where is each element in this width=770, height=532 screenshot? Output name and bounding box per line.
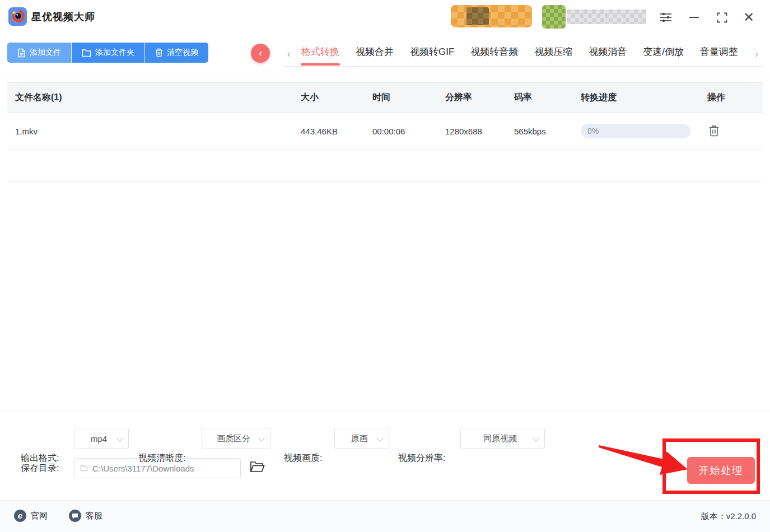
start-processing-button[interactable]: 开始处理 <box>687 457 755 484</box>
tab-format-convert[interactable]: 格式转换 <box>301 44 340 63</box>
video-clarity-value: 画质区分 <box>217 433 250 444</box>
footer: e 官网 客服 版本：v2.2.0.0 <box>0 500 770 532</box>
minimize-button[interactable] <box>685 9 702 26</box>
settings-sliders-icon[interactable] <box>657 9 674 26</box>
open-folder-icon <box>250 460 265 473</box>
video-quality-select[interactable]: 原画 <box>334 428 389 449</box>
add-folder-label: 添加文件夹 <box>95 48 134 58</box>
close-icon: ✕ <box>743 11 754 24</box>
titlebar: 星优视频大师 ✕ <box>0 0 770 34</box>
blur-pixel-patch <box>466 7 489 25</box>
file-table: 文件名称(1) 大小 时间 分辨率 码率 转换进度 操作 1.mkv 443.4… <box>7 82 763 182</box>
trash-icon <box>155 48 163 57</box>
video-resolution-value: 同原视频 <box>483 433 517 444</box>
blurred-user-name[interactable] <box>567 10 646 24</box>
close-button[interactable]: ✕ <box>740 9 757 26</box>
add-file-label: 添加文件 <box>30 48 61 58</box>
video-quality-value: 原画 <box>351 433 368 444</box>
official-site-label: 官网 <box>31 511 48 521</box>
settings-panel: 输出格式: mp4 视频清晰度: 画质区分 视频画质: 原画 视频分辨率: 同原… <box>0 412 770 501</box>
website-e-icon: e <box>14 510 26 522</box>
clear-videos-label: 清空视频 <box>167 48 198 58</box>
table-header-row: 文件名称(1) 大小 时间 分辨率 码率 转换进度 操作 <box>7 82 763 113</box>
progress-value: 0% <box>581 127 599 136</box>
header-duration: 时间 <box>372 92 445 104</box>
delete-file-button[interactable] <box>708 124 720 138</box>
folder-icon <box>82 49 91 57</box>
progress-bar: 0% <box>581 124 690 138</box>
header-resolution: 分辨率 <box>445 92 514 104</box>
video-resolution-select[interactable]: 同原视频 <box>460 428 545 449</box>
customer-service-label: 客服 <box>86 511 102 521</box>
official-site-link[interactable]: e 官网 <box>14 510 48 522</box>
folder-icon <box>80 465 88 472</box>
tabs-scroll-left-icon[interactable]: ‹ <box>283 48 295 60</box>
file-duration-cell: 00:00:06 <box>372 127 445 136</box>
chevron-left-icon: ‹ <box>259 48 262 59</box>
chevron-down-icon <box>377 434 384 441</box>
file-icon <box>17 48 26 58</box>
table-row: 1.mkv 443.46KB 00:00:06 1280x688 565kbps… <box>7 113 763 150</box>
customer-service-link[interactable]: 客服 <box>69 510 102 522</box>
progress-cell: 0% <box>581 124 707 138</box>
chevron-down-icon <box>116 434 124 441</box>
chat-bubble-icon <box>69 510 81 522</box>
tab-video-merge[interactable]: 视频合并 <box>355 44 394 63</box>
tab-speed-reverse[interactable]: 变速/倒放 <box>642 44 684 63</box>
file-name-cell: 1.mkv <box>7 127 301 136</box>
chevron-down-icon <box>258 434 265 441</box>
trash-icon <box>708 124 720 138</box>
file-resolution-cell: 1280x688 <box>445 127 514 136</box>
file-bitrate-cell: 565kbps <box>514 127 581 136</box>
version-value: v2.2.0.0 <box>726 511 756 521</box>
tab-video-to-gif[interactable]: 视频转GIF <box>409 44 455 63</box>
chevron-down-icon <box>533 434 540 441</box>
header-bitrate: 码率 <box>514 92 581 104</box>
minimize-icon <box>689 17 699 18</box>
tabs-collapse-button[interactable]: ‹ <box>251 44 270 63</box>
file-size-cell: 443.46KB <box>301 127 372 136</box>
blurred-user-avatar[interactable] <box>542 5 566 29</box>
add-file-button[interactable]: 添加文件 <box>7 43 72 63</box>
header-progress: 转换进度 <box>581 92 707 104</box>
file-toolbar: 添加文件 添加文件夹 清空视频 <box>7 43 208 63</box>
video-resolution-label: 视频分辨率: <box>398 452 445 464</box>
add-folder-button[interactable]: 添加文件夹 <box>72 43 145 63</box>
version-label: 版本： <box>701 511 726 521</box>
maximize-button[interactable] <box>713 9 730 26</box>
tab-video-to-audio[interactable]: 视频转音频 <box>470 44 519 63</box>
clear-videos-button[interactable]: 清空视频 <box>145 43 208 63</box>
app-logo-icon <box>8 7 27 26</box>
header-file-name: 文件名称(1) <box>7 92 301 104</box>
actions-cell <box>707 124 763 138</box>
tab-volume-adjust[interactable]: 音量调整 <box>699 44 739 63</box>
tab-video-compress[interactable]: 视频压缩 <box>534 44 573 63</box>
tab-video-mute[interactable]: 视频消音 <box>588 44 627 63</box>
feature-tabs: 格式转换 视频合并 视频转GIF 视频转音频 视频压缩 视频消音 变速/倒放 音… <box>301 44 739 63</box>
app-title: 星优视频大师 <box>31 10 95 24</box>
save-dir-label: 保存目录: <box>21 463 59 474</box>
feature-tabs-bar: ‹ 格式转换 视频合并 视频转GIF 视频转音频 视频压缩 视频消音 变速/倒放… <box>283 41 763 67</box>
version-text: 版本：v2.2.0.0 <box>701 511 756 522</box>
table-empty-row <box>7 150 763 182</box>
header-actions: 操作 <box>707 92 763 104</box>
save-dir-path: C:\Users\31177\Downloads <box>92 464 194 473</box>
video-quality-label: 视频画质: <box>284 452 322 464</box>
video-clarity-select[interactable]: 画质区分 <box>202 428 270 449</box>
tabs-scroll-right-icon[interactable]: › <box>750 48 763 60</box>
output-format-select[interactable]: mp4 <box>74 428 129 449</box>
output-format-value: mp4 <box>91 434 107 444</box>
header-size: 大小 <box>301 92 372 104</box>
save-dir-input[interactable]: C:\Users\31177\Downloads <box>74 458 241 478</box>
maximize-icon <box>717 12 727 23</box>
divider <box>0 73 770 73</box>
browse-folder-button[interactable] <box>250 460 265 473</box>
blurred-vip-badge[interactable] <box>451 5 532 27</box>
